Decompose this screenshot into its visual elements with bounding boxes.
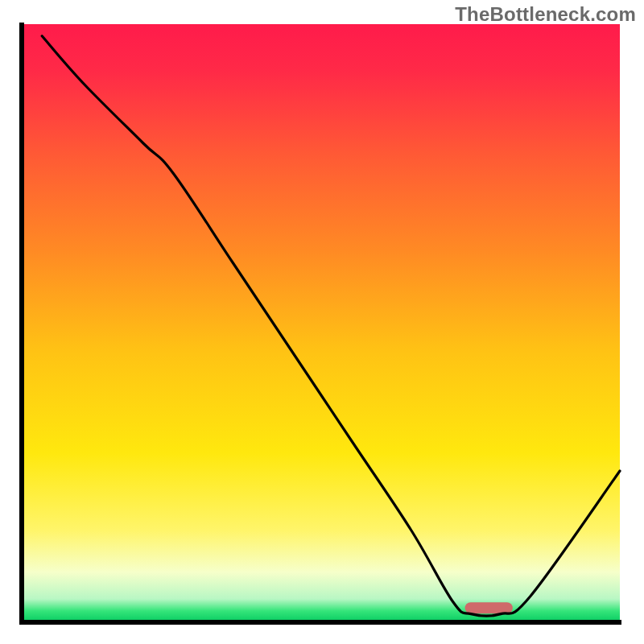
optimal-range-marker bbox=[465, 602, 513, 613]
bottleneck-chart bbox=[0, 0, 644, 644]
chart-stage: TheBottleneck.com bbox=[0, 0, 644, 644]
x-axis bbox=[19, 620, 621, 625]
y-axis bbox=[19, 23, 24, 625]
watermark-text: TheBottleneck.com bbox=[455, 3, 636, 26]
